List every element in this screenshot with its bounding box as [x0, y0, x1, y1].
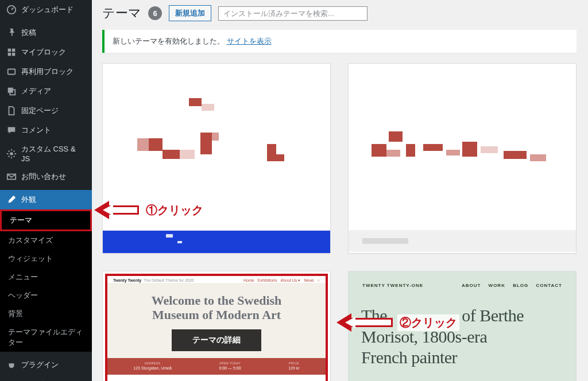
appearance-submenu: テーマ カスタマイズ ウィジェット メニュー ヘッダー 背景 テーマファイルエデ… [0, 209, 92, 352]
pin-icon [6, 27, 17, 38]
sidebar-item-plugins[interactable]: プラグイン [0, 355, 92, 375]
svg-point-8 [10, 152, 13, 155]
svg-rect-5 [8, 69, 16, 75]
sidebar-item-media[interactable]: メディア [0, 81, 92, 101]
dashboard-icon [6, 4, 17, 15]
annotation-arrow-2: ②クリック [327, 313, 459, 332]
theme-card[interactable] [348, 63, 577, 254]
theme-grid: Twenty Twenty The Default Theme for 2020… [102, 63, 577, 381]
theme-card-twenty-twenty[interactable]: Twenty Twenty The Default Theme for 2020… [102, 271, 331, 381]
theme-footer [103, 230, 330, 253]
mail-icon [6, 171, 17, 182]
brush-icon [6, 194, 17, 205]
submenu-background[interactable]: 背景 [0, 305, 92, 323]
notice-link[interactable]: サイトを表示 [227, 37, 272, 45]
sidebar-item-customcss[interactable]: カスタム CSS & JS [0, 140, 92, 167]
sidebar-item-myblock[interactable]: マイブロック [0, 42, 92, 62]
theme-thumbnail [349, 64, 576, 230]
tt-topbar: Twenty Twenty The Default Theme for 2020… [107, 276, 326, 283]
admin-sidebar: ダッシュボード 投稿 マイブロック 再利用ブロック メディア 固定ページ コメン… [0, 0, 92, 381]
submenu-customize[interactable]: カスタマイズ [0, 231, 92, 250]
user-icon [6, 379, 17, 381]
svg-rect-1 [8, 49, 11, 52]
tt-hero: Welcome to the Swedish Museum of Modern … [107, 283, 326, 358]
annotation-arrow-1: ①クリック [85, 201, 206, 219]
comment-icon [6, 125, 17, 136]
svg-rect-2 [12, 49, 15, 52]
block-icon [6, 46, 17, 58]
gear-icon [6, 148, 17, 160]
svg-rect-3 [8, 53, 11, 56]
sidebar-item-dashboard[interactable]: ダッシュボード [0, 0, 92, 20]
sidebar-item-comments[interactable]: コメント [0, 120, 92, 140]
sidebar-item-users[interactable]: ユーザー [0, 375, 92, 381]
submenu-menus[interactable]: メニュー [0, 268, 92, 286]
notice-text: 新しいテーマを有効化しました。 [113, 37, 225, 45]
sidebar-item-contact[interactable]: お問い合わせ [0, 167, 92, 186]
annotation-label: ②クリック [397, 314, 459, 331]
submenu-editor[interactable]: テーマファイルエディター [0, 323, 92, 352]
reusable-icon [6, 66, 17, 77]
sidebar-label: ダッシュボード [21, 5, 74, 15]
tto-topbar: TWENTY TWENTY-ONE ABOUT WORK BLOG CONTAC… [349, 271, 576, 288]
page-icon [6, 105, 17, 116]
tt-info-strip: ADDRESS123 Storgatan, Umeå OPEN TODAY9:0… [107, 358, 326, 375]
theme-details-button[interactable]: テーマの詳細 [172, 329, 261, 351]
sidebar-item-reusable[interactable]: 再利用ブロック [0, 62, 92, 81]
page-header: テーマ 6 新規追加 [102, 5, 577, 22]
add-new-button[interactable]: 新規追加 [169, 5, 211, 21]
annotation-label: ①クリック [144, 202, 206, 219]
submenu-themes[interactable]: テーマ [0, 209, 92, 231]
media-icon [6, 85, 17, 97]
submenu-header[interactable]: ヘッダー [0, 286, 92, 305]
submenu-widgets[interactable]: ウィジェット [0, 250, 92, 268]
sidebar-item-pages[interactable]: 固定ページ [0, 101, 92, 120]
search-icon: ○ [318, 278, 320, 283]
theme-count-badge: 6 [148, 6, 162, 20]
page-title: テーマ [102, 5, 141, 22]
theme-card-active[interactable] [102, 63, 331, 254]
sidebar-item-posts[interactable]: 投稿 [0, 23, 92, 42]
theme-footer [349, 230, 576, 252]
search-input[interactable] [218, 6, 368, 21]
success-notice: 新しいテーマを有効化しました。 サイトを表示 [102, 30, 577, 53]
plug-icon [6, 359, 17, 371]
sidebar-item-appearance[interactable]: 外観 [0, 190, 92, 209]
svg-rect-4 [12, 53, 15, 56]
